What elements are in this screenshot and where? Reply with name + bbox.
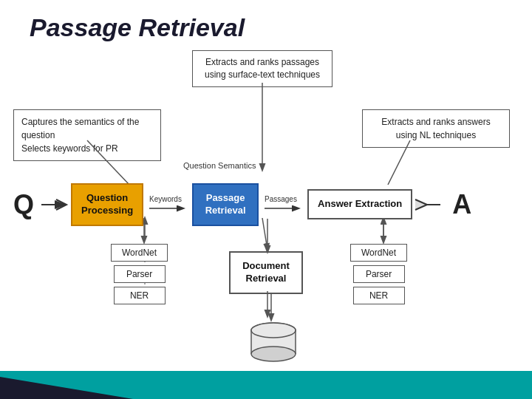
answers-line1: Extracts and ranks answers (381, 117, 490, 127)
wordnet1-label: WordNet (122, 248, 157, 258)
ner2-box: NER (353, 287, 405, 304)
svg-text:Passages: Passages (265, 195, 297, 203)
svg-point-24 (251, 323, 296, 338)
question-processing-label: QuestionProcessing (81, 192, 133, 216)
q-letter: Q (13, 191, 34, 218)
answer-extraction-box: Answer Extraction (307, 189, 412, 219)
semantics-line1: Captures the semantics of the question (21, 117, 139, 140)
passage-retrieval-box: PassageRetrieval (192, 183, 259, 226)
database-cylinder (248, 321, 299, 365)
q-arrow-icon (40, 194, 69, 215)
wordnet1-box: WordNet (111, 244, 168, 262)
parser2-box: Parser (353, 265, 405, 283)
answers-line2: using NL techniques (396, 130, 476, 140)
document-retrieval-label: DocumentRetrieval (242, 260, 290, 284)
answer-extraction-label: Answer Extraction (318, 198, 402, 209)
parser1-label: Parser (126, 269, 152, 279)
parser2-label: Parser (366, 269, 392, 279)
wordnet2-label: WordNet (361, 248, 396, 258)
answers-box: Extracts and ranks answers using NL tech… (362, 109, 510, 148)
ner1-label: NER (130, 290, 149, 301)
ner2-label: NER (369, 290, 388, 301)
ner1-box: NER (114, 287, 166, 304)
svg-text:Keywords: Keywords (149, 195, 182, 203)
document-retrieval-box: DocumentRetrieval (229, 251, 303, 294)
parser1-box: Parser (114, 265, 166, 283)
question-processing-box: QuestionProcessing (71, 183, 143, 226)
answer-arrow-icon (414, 194, 446, 215)
question-semantics-label: Question Semantics (183, 161, 256, 170)
passage-retrieval-label: PassageRetrieval (205, 192, 246, 216)
svg-point-23 (251, 347, 296, 361)
page-title: Passage Retrieval (30, 13, 245, 42)
semantics-line2: Selects keywords for PR (21, 143, 118, 154)
keywords-arrow-icon: Keywords (146, 194, 189, 216)
semantics-box: Captures the semantics of the question S… (13, 109, 161, 161)
passages-box: Extracts and ranks passages using surfac… (192, 50, 332, 87)
passages-text: Extracts and ranks passages using surfac… (205, 57, 320, 80)
passages-arrow-icon: Passages (262, 194, 304, 216)
wordnet2-box: WordNet (350, 244, 407, 262)
a-letter: A (452, 191, 471, 218)
